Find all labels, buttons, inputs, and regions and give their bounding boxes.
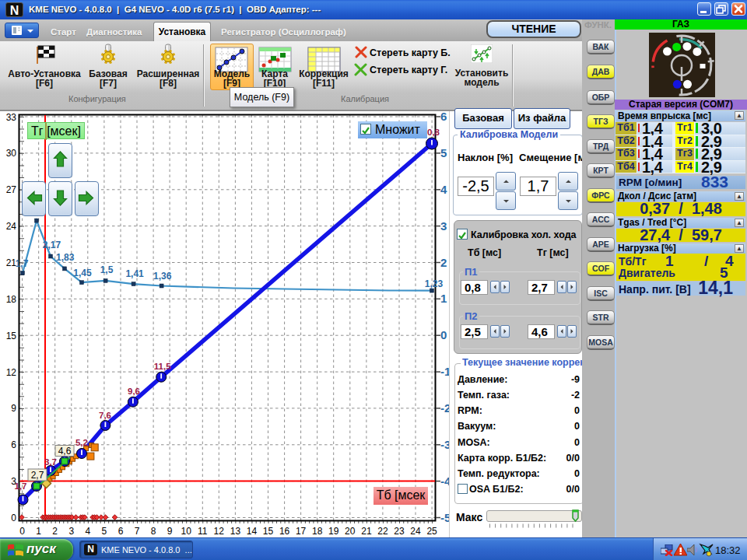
svg-text:11: 11 — [198, 526, 208, 537]
svg-text:21: 21 — [6, 257, 17, 268]
svg-text:27: 27 — [6, 184, 17, 195]
svg-text:9,6: 9,6 — [128, 387, 140, 396]
svg-text:14: 14 — [247, 526, 258, 537]
svg-text:3: 3 — [68, 526, 74, 537]
svg-text:7: 7 — [135, 526, 140, 537]
svg-text:1,83: 1,83 — [56, 252, 75, 263]
svg-text:19: 19 — [328, 526, 339, 537]
svg-text:5,2: 5,2 — [75, 438, 88, 447]
svg-text:6: 6 — [118, 526, 124, 537]
svg-text:4,6: 4,6 — [58, 446, 72, 457]
svg-text:12: 12 — [214, 526, 225, 537]
svg-text:0: 0 — [440, 328, 447, 341]
svg-text:6: 6 — [440, 111, 447, 123]
svg-text:1,36: 1,36 — [153, 271, 172, 282]
svg-text:2: 2 — [440, 256, 447, 269]
svg-text:3: 3 — [11, 476, 16, 487]
svg-text:11,5: 11,5 — [154, 362, 171, 371]
svg-text:16: 16 — [279, 526, 290, 537]
svg-text:18: 18 — [312, 526, 323, 537]
svg-text:24: 24 — [6, 221, 17, 232]
svg-text:15: 15 — [6, 331, 17, 341]
svg-text:5: 5 — [440, 146, 447, 159]
svg-text:21: 21 — [361, 526, 372, 537]
svg-text:24: 24 — [410, 526, 421, 537]
svg-text:20: 20 — [345, 526, 356, 537]
svg-text:1: 1 — [440, 292, 447, 305]
svg-text:2: 2 — [52, 526, 58, 537]
svg-text:9: 9 — [167, 526, 173, 537]
svg-text:18: 18 — [6, 294, 17, 305]
svg-text:33: 33 — [6, 112, 17, 123]
svg-text:23: 23 — [394, 526, 405, 537]
svg-text:15: 15 — [263, 526, 274, 537]
svg-text:22: 22 — [377, 526, 388, 537]
svg-text:6: 6 — [11, 439, 16, 450]
svg-text:0,8: 0,8 — [427, 128, 440, 137]
svg-text:8: 8 — [151, 526, 156, 537]
svg-text:25: 25 — [426, 526, 437, 537]
svg-text:4: 4 — [85, 526, 90, 537]
svg-text:2,17: 2,17 — [43, 240, 61, 250]
svg-text:30: 30 — [6, 148, 17, 159]
svg-text:7,6: 7,6 — [99, 411, 111, 420]
svg-text:13: 13 — [230, 526, 241, 537]
svg-text:4: 4 — [440, 183, 447, 196]
svg-text:5: 5 — [102, 526, 107, 537]
svg-text:9: 9 — [11, 403, 16, 414]
svg-text:1,23: 1,23 — [425, 278, 444, 289]
svg-text:0: 0 — [19, 526, 25, 537]
svg-text:12: 12 — [6, 367, 17, 378]
svg-text:1,5: 1,5 — [100, 264, 114, 275]
svg-text:1,41: 1,41 — [125, 268, 144, 279]
svg-text:1,45: 1,45 — [73, 268, 92, 278]
svg-text:17: 17 — [296, 526, 307, 537]
svg-text:1: 1 — [36, 526, 41, 537]
svg-text:3,7: 3,7 — [44, 457, 57, 467]
svg-text:10: 10 — [181, 526, 192, 537]
svg-text:1,7: 1,7 — [16, 258, 29, 269]
svg-text:2,7: 2,7 — [31, 470, 44, 481]
svg-text:0: 0 — [11, 513, 16, 523]
svg-text:3: 3 — [440, 219, 447, 233]
